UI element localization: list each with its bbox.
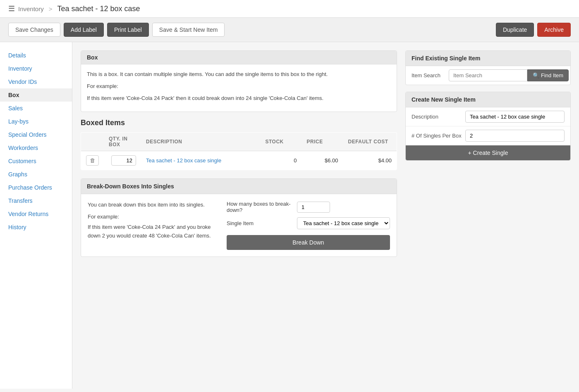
sidebar: Details Inventory Vendor IDs Box Sales L… (0, 42, 72, 389)
how-many-input[interactable] (297, 202, 330, 213)
qty-in-box-input[interactable] (111, 155, 136, 166)
sidebar-item-graphs[interactable]: Graphs (0, 168, 72, 181)
box-desc3: If this item were 'Coke-Cola 24 Pack' th… (87, 94, 391, 103)
breadcrumb-separator: > (49, 5, 53, 12)
save-changes-button[interactable]: Save Changes (8, 23, 60, 37)
content-area: Box This is a box. It can contain multip… (72, 42, 579, 389)
sidebar-item-customers[interactable]: Customers (0, 154, 72, 168)
breadcrumb-parent[interactable]: Inventory (18, 5, 44, 12)
breakdown-desc1: You can break down this box item into it… (88, 201, 218, 209)
breakdown-controls: How many boxes to break-down? Single Ite… (227, 201, 390, 250)
row-stock-cell: 0 (261, 151, 302, 170)
description-row: Description (406, 107, 570, 126)
sidebar-item-transfers[interactable]: Transfers (0, 194, 72, 207)
item-search-input[interactable] (449, 69, 527, 81)
box-desc2: For example: (87, 82, 391, 91)
breakdown-header: Break-Down Boxes Into Singles (81, 179, 397, 194)
description-input[interactable] (465, 111, 565, 123)
single-item-label: Single Item (227, 220, 293, 226)
find-existing-panel: Find Existing Single Item Item Search 🔍 … (405, 50, 571, 85)
breadcrumb-current: Tea sachet - 12 box case (57, 5, 140, 13)
search-icon: 🔍 (533, 72, 539, 78)
box-desc1: This is a box. It can contain multiple s… (87, 70, 391, 79)
archive-button[interactable]: Archive (537, 23, 571, 37)
print-label-button[interactable]: Print Label (107, 23, 149, 37)
col-price-header: PRICE (302, 133, 343, 151)
sidebar-item-details[interactable]: Details (0, 49, 72, 62)
boxed-items-section: Boxed Items QTY. IN BOX DESCRIPTION STOC… (81, 119, 397, 170)
create-new-header: Create New Single Item (406, 92, 570, 107)
sidebar-item-box[interactable]: Box (0, 88, 72, 102)
col-stock-header: STOCK (261, 133, 302, 151)
table-row: 🗑 Tea sachet - 12 box case single 0 $6.0… (81, 151, 397, 170)
how-many-label: How many boxes to break-down? (227, 201, 293, 213)
find-item-button[interactable]: 🔍 Find Item (527, 69, 569, 81)
sidebar-item-sales[interactable]: Sales (0, 102, 72, 115)
inventory-icon: ☰ (8, 4, 15, 13)
col-action (81, 133, 104, 151)
sidebar-item-vendor-returns[interactable]: Vendor Returns (0, 207, 72, 221)
sidebar-item-workorders[interactable]: Workorders (0, 141, 72, 154)
top-bar: ☰ Inventory > Tea sachet - 12 box case (0, 0, 579, 18)
boxed-items-table: QTY. IN BOX DESCRIPTION STOCK PRICE DEFA… (81, 132, 397, 170)
row-qty-cell (104, 151, 141, 170)
row-delete-cell: 🗑 (81, 151, 104, 170)
single-item-select[interactable]: Tea sachet - 12 box case single (297, 217, 390, 229)
search-row: Item Search 🔍 Find Item (406, 66, 570, 85)
duplicate-button[interactable]: Duplicate (496, 23, 534, 37)
sidebar-item-vendor-ids[interactable]: Vendor IDs (0, 75, 72, 88)
row-price-cell: $6.00 (302, 151, 343, 170)
toolbar: Save Changes Add Label Print Label Save … (0, 18, 579, 42)
save-new-button[interactable]: Save & Start New Item (152, 23, 225, 37)
breakdown-description: You can break down this box item into it… (88, 201, 218, 250)
desc-label: Description (412, 114, 465, 120)
singles-per-box-row: # Of Singles Per Box (406, 126, 570, 145)
breakdown-card: Break-Down Boxes Into Singles You can br… (81, 178, 397, 257)
col-desc-header: DESCRIPTION (141, 133, 261, 151)
item-description-link[interactable]: Tea sachet - 12 box case single (146, 157, 221, 164)
box-info-card: Box This is a box. It can contain multip… (81, 50, 397, 112)
main-layout: Details Inventory Vendor IDs Box Sales L… (0, 42, 579, 389)
row-cost-cell: $4.00 (343, 151, 397, 170)
break-down-button[interactable]: Break Down (227, 235, 390, 250)
find-existing-header: Find Existing Single Item (406, 51, 570, 66)
sidebar-item-purchase-orders[interactable]: Purchase Orders (0, 181, 72, 194)
box-card-header: Box (81, 51, 397, 64)
row-desc-cell: Tea sachet - 12 box case single (141, 151, 261, 170)
sidebar-item-history[interactable]: History (0, 221, 72, 234)
search-label: Item Search (412, 72, 449, 78)
content-right: Find Existing Single Item Item Search 🔍 … (405, 50, 571, 380)
find-item-label: Find Item (541, 72, 563, 78)
content-left: Box This is a box. It can contain multip… (81, 50, 397, 380)
breakdown-desc3: If this item were 'Coke-Cola 24 Pack' an… (88, 223, 218, 240)
how-many-row: How many boxes to break-down? (227, 201, 390, 213)
search-input-group: 🔍 Find Item (449, 69, 569, 81)
singles-per-box-input[interactable] (465, 130, 565, 142)
col-qty-header: QTY. IN BOX (104, 133, 141, 151)
breakdown-body: You can break down this box item into it… (81, 194, 397, 257)
sidebar-item-lay-bys[interactable]: Lay-bys (0, 115, 72, 128)
single-item-row: Single Item Tea sachet - 12 box case sin… (227, 217, 390, 229)
delete-row-button[interactable]: 🗑 (86, 155, 99, 166)
add-label-button[interactable]: Add Label (64, 23, 104, 37)
singles-label: # Of Singles Per Box (412, 133, 465, 139)
col-cost-header: DEFAULT COST (343, 133, 397, 151)
create-single-button[interactable]: + Create Single (406, 145, 570, 160)
boxed-items-title: Boxed Items (81, 119, 397, 127)
box-card-body: This is a box. It can contain multiple s… (81, 64, 397, 112)
sidebar-item-special-orders[interactable]: Special Orders (0, 128, 72, 141)
create-new-panel: Create New Single Item Description # Of … (405, 92, 571, 161)
sidebar-item-inventory[interactable]: Inventory (0, 62, 72, 75)
breakdown-desc2: For example: (88, 213, 218, 221)
